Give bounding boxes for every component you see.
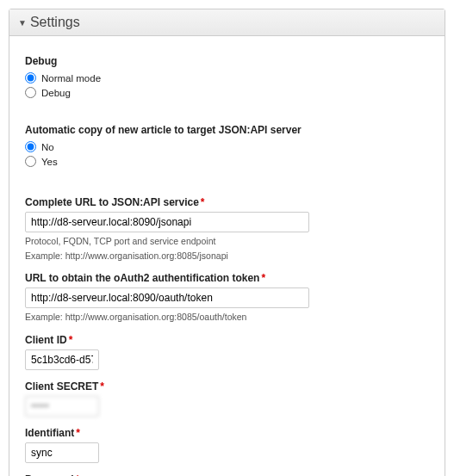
debug-radio-normal-label: Normal mode <box>41 73 101 83</box>
autocopy-radio-yes[interactable] <box>25 156 36 167</box>
debug-radio-normal[interactable] <box>25 72 36 83</box>
password-label: Password* <box>25 473 429 476</box>
settings-title: Settings <box>30 15 80 30</box>
autocopy-legend: Automatic copy of new article to target … <box>25 124 429 136</box>
autocopy-option-no[interactable]: No <box>25 141 429 152</box>
autocopy-option-yes[interactable]: Yes <box>25 156 429 167</box>
client-secret-input[interactable] <box>25 396 99 417</box>
oauth-url-help: Example: http://www.organisation.org:808… <box>25 311 429 323</box>
identifiant-input[interactable] <box>25 442 99 463</box>
jsonapi-url-label: Complete URL to JSON:API service* <box>25 196 429 208</box>
required-marker: * <box>100 380 104 393</box>
caret-down-icon: ▼ <box>18 18 27 28</box>
jsonapi-url-help2: Example: http://www.organisation.org:808… <box>25 250 429 262</box>
required-marker: * <box>261 272 265 284</box>
debug-radio-debug[interactable] <box>25 87 36 98</box>
settings-summary[interactable]: ▼ Settings <box>9 9 445 36</box>
debug-radio-debug-label: Debug <box>41 88 71 98</box>
client-secret-label: Client SECRET* <box>25 380 429 393</box>
identifiant-label: Identifiant* <box>25 427 429 439</box>
settings-content: Debug Normal mode Debug Automatic copy o… <box>9 36 445 476</box>
required-marker: * <box>76 427 80 439</box>
oauth-url-label: URL to obtain the oAuth2 authentificatio… <box>25 272 429 284</box>
autocopy-radio-no-label: No <box>41 142 54 152</box>
oauth-url-input[interactable] <box>25 287 309 308</box>
jsonapi-url-input[interactable] <box>25 212 309 232</box>
client-id-label: Client ID* <box>25 334 429 346</box>
settings-panel: ▼ Settings Debug Normal mode Debug Autom… <box>9 9 445 476</box>
debug-legend: Debug <box>25 55 429 67</box>
jsonapi-url-help1: Protocol, FQDN, TCP port and service end… <box>25 235 429 247</box>
required-marker: * <box>201 196 205 208</box>
autocopy-radio-no[interactable] <box>25 141 36 152</box>
autocopy-radio-yes-label: Yes <box>41 157 58 167</box>
required-marker: * <box>69 334 73 346</box>
client-id-input[interactable] <box>25 349 99 370</box>
debug-option-normal[interactable]: Normal mode <box>25 72 429 83</box>
debug-option-debug[interactable]: Debug <box>25 87 429 98</box>
required-marker: * <box>76 473 80 476</box>
